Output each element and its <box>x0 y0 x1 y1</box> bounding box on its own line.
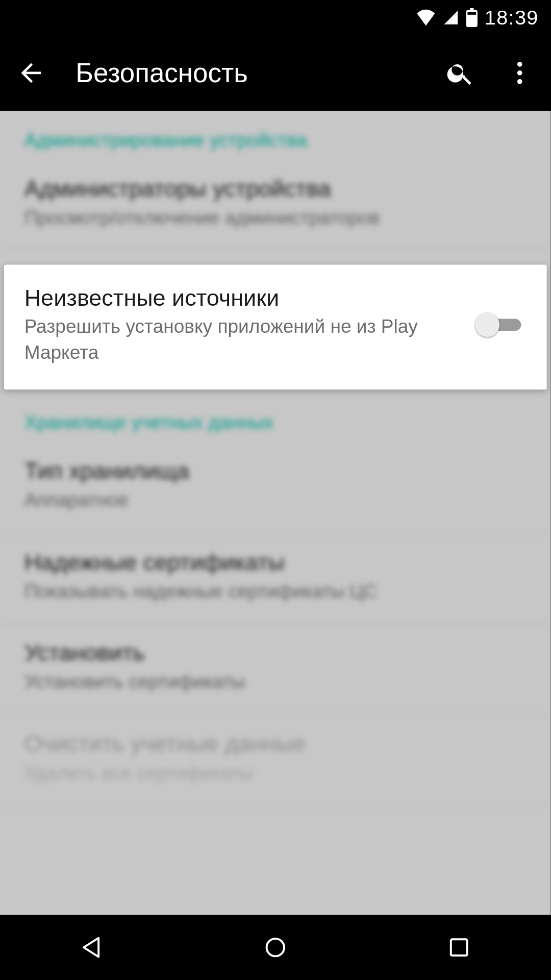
row-title: Надежные сертификаты <box>24 549 527 575</box>
switch-thumb <box>475 313 499 337</box>
row-device-admins[interactable]: Администраторы устройства Просмотр/отклю… <box>0 159 551 250</box>
row-trusted-certs[interactable]: Надежные сертификаты Показывать надежные… <box>0 533 551 624</box>
row-unknown-sources[interactable]: Неизвестные источники Разрешить установк… <box>4 265 547 389</box>
battery-icon <box>466 8 478 27</box>
row-subtitle: Аппаратное <box>24 488 527 513</box>
row-title: Установить <box>24 640 527 666</box>
status-time: 18:39 <box>485 6 539 29</box>
cell-signal-icon <box>443 10 459 26</box>
settings-list[interactable]: Администрирование устройства Администрат… <box>0 111 551 915</box>
row-clear-creds: Очистить учетные данные Удалить все серт… <box>0 714 551 805</box>
svg-point-1 <box>517 62 522 67</box>
svg-point-2 <box>517 70 522 76</box>
svg-rect-0 <box>467 12 476 15</box>
section-header-admin: Администрирование устройства <box>0 111 551 159</box>
section-header-creds: Хранилище учетных данных <box>0 394 551 442</box>
row-title: Тип хранилища <box>24 458 527 485</box>
page-title: Безопасность <box>76 58 416 88</box>
row-install-certs[interactable]: Установить Установить сертификаты <box>0 623 551 714</box>
row-title: Неизвестные источники <box>24 285 462 311</box>
row-subtitle: Установить сертификаты <box>24 670 527 695</box>
back-icon[interactable] <box>16 58 46 88</box>
row-storage-type[interactable]: Тип хранилища Аппаратное <box>0 442 551 533</box>
svg-rect-5 <box>451 939 467 955</box>
svg-point-3 <box>517 79 522 84</box>
row-subtitle: Просмотр/отключение администраторов <box>24 206 527 231</box>
nav-back-icon[interactable] <box>78 934 105 961</box>
blurred-background: Администрирование устройства Администрат… <box>0 111 551 915</box>
row-subtitle: Разрешить установку приложений не из Pla… <box>24 314 462 365</box>
search-icon[interactable] <box>445 58 475 88</box>
unknown-sources-toggle[interactable] <box>475 311 527 338</box>
row-subtitle: Удалить все сертификаты <box>24 761 527 785</box>
row-title: Очистить учетные данные <box>24 730 527 757</box>
row-title: Администраторы устройства <box>24 176 527 202</box>
nav-home-icon[interactable] <box>262 934 289 961</box>
svg-point-4 <box>267 939 284 956</box>
phone-screen: 18:39 Безопасность Администрирование уст… <box>0 0 551 980</box>
nav-recent-icon[interactable] <box>445 934 472 961</box>
row-subtitle: Показывать надежные сертификаты ЦС <box>24 579 527 604</box>
navigation-bar <box>0 915 551 980</box>
status-bar: 18:39 <box>0 0 551 35</box>
app-bar: Безопасность <box>0 35 551 111</box>
wifi-icon <box>416 10 436 26</box>
overflow-menu-icon[interactable] <box>505 58 535 88</box>
